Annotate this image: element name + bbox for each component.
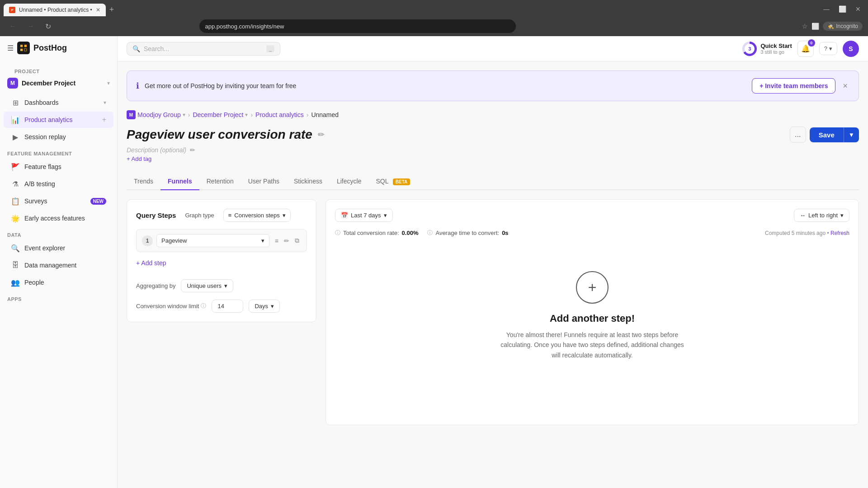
search-box[interactable]: 🔍 Search... _ [127,42,280,56]
add-step-button[interactable]: + Add step [136,256,166,270]
conversion-rate-info-icon[interactable]: ⓘ [335,229,340,237]
refresh-link[interactable]: Refresh [830,230,849,236]
tab-user-paths[interactable]: User Paths [241,173,287,190]
sidebar-item-label: Product analytics [24,116,98,123]
tab-lifecycle[interactable]: Lifecycle [330,173,368,190]
forward-button[interactable]: → [24,20,38,32]
banner-text: Get more out of PostHog by inviting your… [145,82,746,89]
banner-close-button[interactable]: × [841,80,849,93]
conversion-value-input[interactable] [212,300,243,313]
notifications-button[interactable]: 🔔 0 [797,41,814,57]
chart-panel: 📅 Last 7 days ▾ ↔ Left to right ▾ [326,199,859,425]
conversion-info-icon[interactable]: ⓘ [201,302,206,310]
sidebar-item-label: Surveys [24,197,86,205]
sidebar-item-surveys[interactable]: 📋 Surveys NEW [4,193,113,209]
step-1-select[interactable]: Pageview ▾ [156,234,269,247]
graph-type-icon: ≡ [228,212,232,219]
graph-type-label: Graph type [185,212,214,219]
add-step-circle-button[interactable]: + [576,271,609,304]
sidebar-item-data-management[interactable]: 🗄 Data management [4,257,113,273]
add-tag-button[interactable]: + Add tag [127,154,151,164]
project-avatar: M [7,78,18,89]
save-dropdown-button[interactable]: ▼ [844,127,859,142]
step-edit-button[interactable]: ✏ [282,235,291,246]
sidebar-item-dashboards[interactable]: ⊞ Dashboards ▾ [4,94,113,111]
sidebar-item-label: Session replay [24,133,106,141]
breadcrumb-section[interactable]: Product analytics [255,111,304,118]
breadcrumb: M Moodjoy Group ▾ › December Project ▾ ›… [127,110,859,119]
user-avatar[interactable]: S [843,41,859,57]
sidebar: ☰ PostHog PROJECT M December Project ▾ [0,36,118,488]
bc-section-name: Product analytics [255,111,304,118]
add-insight-icon[interactable]: + [102,116,106,124]
step-1-item: 1 Pageview ▾ ≡ ✏ ⧉ [136,229,307,252]
help-button[interactable]: ? ▾ [819,42,837,55]
incognito-button[interactable]: 🕵 Incognito [823,22,863,31]
feature-management-label: FEATURE MANAGEMENT [0,145,117,158]
project-selector[interactable]: M December Project ▾ [7,76,110,90]
browser-tab[interactable]: P Unnamed • Product analytics • ✕ [4,4,106,16]
step-filter-button[interactable]: ≡ [273,235,280,246]
direction-button[interactable]: ↔ Left to right ▾ [794,209,849,222]
conversion-label: Conversion window limit ⓘ [136,302,206,310]
quick-start-button[interactable]: 3 Quick Start 3 still to go [742,42,792,56]
invite-team-button[interactable]: + Invite team members [752,78,835,94]
address-bar[interactable]: app.posthog.com/insights/new [199,19,516,33]
reload-button[interactable]: ↻ [42,20,55,33]
tab-favicon: P [9,7,15,13]
sidebar-item-ab-testing[interactable]: ⚗ A/B testing [4,176,113,192]
data-section-label: DATA [0,227,117,239]
avg-time-info-icon[interactable]: ⓘ [427,229,433,237]
tab-stickiness[interactable]: Stickiness [287,173,330,190]
sidebar-item-people[interactable]: 👥 People [4,274,113,291]
sidebar-item-product-analytics[interactable]: 📊 Product analytics + [4,112,113,128]
back-button[interactable]: ← [5,20,20,32]
tab-sql[interactable]: SQL BETA [368,173,417,190]
conversion-unit-select[interactable]: Days ▾ [249,300,280,313]
window-minimize-button[interactable]: — [820,4,833,14]
conversion-unit-chevron-icon: ▾ [271,303,274,310]
more-options-button[interactable]: ... [790,127,806,143]
tab-trends[interactable]: Trends [127,173,160,190]
posthog-logo[interactable]: PostHog [17,42,67,54]
sidebar-item-feature-flags[interactable]: 🚩 Feature flags [4,159,113,175]
project-section-label: PROJECT [7,63,110,76]
sidebar-item-session-replay[interactable]: ▶ Session replay [4,129,113,145]
aggregating-label: Aggregating by [136,282,175,289]
breadcrumb-project[interactable]: December Project ▾ [193,111,248,118]
tab-retention[interactable]: Retention [199,173,241,190]
sidebar-item-label: Early access features [24,215,106,222]
menu-toggle-icon[interactable]: ☰ [7,44,14,52]
conversion-rate-stat: ⓘ Total conversion rate: 0.00% [335,229,418,237]
window-maximize-button[interactable]: ⬜ [835,4,850,14]
save-button[interactable]: Save [810,127,844,142]
session-replay-icon: ▶ [11,132,20,141]
bc-group-chevron-icon: ▾ [183,112,185,118]
dashboards-chevron-icon: ▾ [104,99,106,106]
graph-type-select[interactable]: ≡ Conversion steps ▾ [223,209,291,222]
date-range-button[interactable]: 📅 Last 7 days ▾ [335,209,393,222]
computed-text: Computed 5 minutes ago • Refresh [765,230,849,236]
step-copy-button[interactable]: ⧉ [293,235,301,246]
step-1-value: Pageview [161,237,187,244]
tab-close-icon[interactable]: ✕ [96,7,100,13]
edit-title-button[interactable]: ✏ [318,130,325,140]
help-icon: ? [824,45,827,52]
search-placeholder-text: Search... [144,45,169,52]
breadcrumb-current: Unnamed [311,111,339,118]
aggregating-select[interactable]: Unique users ▾ [181,279,233,292]
breadcrumb-group[interactable]: M Moodjoy Group ▾ [127,110,185,119]
conversion-rate-value: 0.00% [402,230,419,236]
edit-description-button[interactable]: ✏ [190,146,195,154]
group-avatar: M [127,110,136,119]
sidebar-item-early-access[interactable]: 🌟 Early access features [4,210,113,226]
new-tab-button[interactable]: + [106,3,118,16]
sidebar-item-event-explorer[interactable]: 🔍 Event explorer [4,240,113,256]
tab-funnels[interactable]: Funnels [160,173,199,190]
extensions-icon[interactable]: ⬜ [811,23,819,30]
page-content: ℹ Get more out of PostHog by inviting yo… [118,61,868,488]
bookmark-icon[interactable]: ☆ [802,23,808,30]
window-close-button[interactable]: ✕ [852,4,864,14]
graph-type-value: Conversion steps [234,212,279,219]
save-button-group: Save ▼ [810,127,859,142]
